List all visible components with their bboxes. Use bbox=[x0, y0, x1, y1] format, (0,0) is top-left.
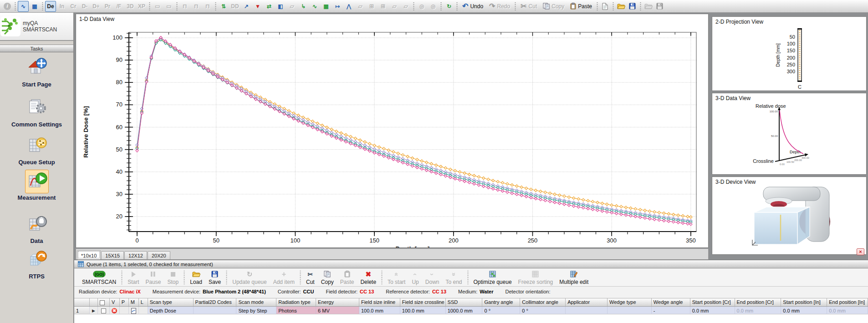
toolbar-paste-button[interactable]: Paste bbox=[567, 1, 595, 12]
toolbar-diagonal-plus-scan-icon[interactable]: D+ bbox=[91, 1, 102, 12]
queue-start-button[interactable]: Start bbox=[124, 269, 142, 286]
toolbar-step-profile-a-icon[interactable]: ⊓ bbox=[179, 1, 190, 12]
toolbar-crossline-scan-icon[interactable]: Cr bbox=[68, 1, 79, 12]
toolbar-diagonal-minus-scan-icon[interactable]: D- bbox=[79, 1, 90, 12]
toolbar-save-all-icon[interactable] bbox=[654, 1, 665, 12]
queue-delete-button[interactable]: ✖ Delete bbox=[357, 269, 379, 286]
column-header-gantry-angle[interactable]: Gantry angle bbox=[482, 298, 520, 307]
toolbar-redo-button[interactable]: ↷ Redo bbox=[486, 1, 513, 12]
column-header-end-position--cr-[interactable]: End position [Cr] bbox=[735, 298, 781, 307]
column-header-v[interactable]: V bbox=[110, 298, 120, 307]
toolbar-inline-scan-icon[interactable]: In bbox=[56, 1, 67, 12]
column-header-scan-type[interactable]: Scan type bbox=[148, 298, 194, 307]
toolbar-express-scan-icon[interactable]: XP bbox=[136, 1, 147, 12]
queue-add-item-button[interactable]: + Add item bbox=[270, 269, 298, 286]
toolbar-new-document-icon[interactable] bbox=[600, 1, 611, 12]
queue-stop-button[interactable]: Stop bbox=[164, 269, 182, 286]
column-header-start-position--cr-[interactable]: Start position [Cr] bbox=[690, 298, 735, 307]
toolbar-half-view-icon[interactable]: ◧ bbox=[275, 1, 286, 12]
toolbar-move-a-icon[interactable]: ▱ bbox=[389, 1, 400, 12]
toolbar-step-profile-c-icon[interactable]: ⊓ bbox=[202, 1, 213, 12]
toolbar-export-view-icon[interactable]: ↗ bbox=[241, 1, 252, 12]
tab-10x10[interactable]: *10x10 bbox=[77, 250, 101, 259]
column-header-wedge-angle[interactable]: Wedge angle bbox=[652, 298, 690, 307]
toolbar-ghost-a-icon[interactable]: ▱ bbox=[286, 1, 297, 12]
column-header-field-size-crossline[interactable]: Field size crossline bbox=[400, 298, 446, 307]
sidebar-item-queue-setup[interactable]: Queue Setup bbox=[0, 134, 73, 166]
queue-pause-button[interactable]: Pause bbox=[142, 269, 164, 286]
toolbar-sync-views-icon[interactable]: ⇅ bbox=[218, 1, 229, 12]
column-header-partial2d-codes[interactable]: Partial2D Codes bbox=[194, 298, 237, 307]
cell-checkbox[interactable] bbox=[98, 307, 110, 314]
queue-down-button[interactable]: › Down bbox=[422, 269, 443, 286]
sidebar-item-measurement[interactable]: Measurement bbox=[0, 170, 73, 201]
cell-rowarrow[interactable]: ▶ bbox=[90, 307, 98, 314]
toolbar-smooth-curve-icon[interactable]: ∿ bbox=[309, 1, 320, 12]
column-header-radiation-type[interactable]: Radiation type bbox=[276, 298, 316, 307]
queue-up-button[interactable]: ‹ Up bbox=[408, 269, 422, 286]
select-all-checkbox[interactable] bbox=[100, 300, 105, 305]
toolbar-pan-horizontal-icon[interactable]: ⇄ bbox=[264, 1, 275, 12]
column-header-end-position--in-[interactable]: End position [In] bbox=[827, 298, 868, 307]
toolbar-depth-dose-icon[interactable]: De bbox=[45, 1, 56, 12]
toolbar-table-view-icon[interactable]: ▦ bbox=[29, 1, 40, 12]
column-header-field-size-inline[interactable]: Field size inline bbox=[359, 298, 400, 307]
toolbar-branch-arrow-icon[interactable]: ↳ bbox=[298, 1, 309, 12]
queue-optimize-queue-button[interactable]: Optimize queue bbox=[470, 269, 515, 286]
toolbar-peak-curve-icon[interactable]: ⋀ bbox=[343, 1, 354, 12]
toolbar-open-file-icon[interactable] bbox=[616, 1, 627, 12]
toolbar-undo-button[interactable]: ↶ Undo bbox=[460, 1, 486, 12]
queue-freeze-sorting-button[interactable]: Freeze sorting bbox=[515, 269, 557, 286]
toolbar-scan-3d-icon[interactable]: 3D bbox=[125, 1, 136, 12]
sidebar-item-rtps[interactable]: RTPS bbox=[0, 248, 73, 280]
queue-save-button[interactable]: Save bbox=[205, 269, 224, 286]
queue-table-row[interactable]: 1▶✖Depth DoseStep by StepPhotons6 MV100.… bbox=[74, 307, 868, 314]
column-header-ctl1[interactable] bbox=[90, 298, 98, 307]
column-header-l[interactable]: L bbox=[139, 298, 148, 307]
queue-to-end-button[interactable]: » To end bbox=[442, 269, 465, 286]
sidebar-item-start-page[interactable]: Start Page bbox=[0, 56, 73, 88]
toolbar-auto-process-icon[interactable]: ↻ bbox=[444, 1, 454, 12]
toolbar-copy-button[interactable]: Copy bbox=[540, 1, 567, 12]
toolbar-arrow-step-icon[interactable]: ↦ bbox=[332, 1, 343, 12]
column-header-m[interactable]: M bbox=[129, 298, 139, 307]
queue-update-queue-button[interactable]: ↻ Update queue bbox=[229, 269, 270, 286]
toolbar-region-b-icon[interactable]: ▭ bbox=[163, 1, 174, 12]
toolbar-move-b-icon[interactable]: ▱ bbox=[400, 1, 411, 12]
toolbar-data-view-icon[interactable]: ∿ bbox=[18, 1, 29, 12]
queue-copy-button[interactable]: Copy bbox=[318, 269, 337, 286]
column-header-ctl0[interactable] bbox=[74, 298, 90, 307]
column-header-energy[interactable]: Energy bbox=[316, 298, 359, 307]
queue-load-button[interactable]: Load bbox=[187, 269, 205, 286]
toolbar-zoom-b-icon[interactable]: ◎ bbox=[428, 1, 439, 12]
tab-12x12[interactable]: 12X12 bbox=[124, 251, 147, 259]
queue-cut-button[interactable]: ✂ Cut bbox=[303, 269, 318, 286]
tab-15x15[interactable]: 15X15 bbox=[101, 251, 124, 259]
tab-20x20[interactable]: 20X20 bbox=[148, 251, 170, 259]
queue-to-start-button[interactable]: « To start bbox=[384, 269, 408, 286]
column-header-ctl2[interactable] bbox=[98, 298, 110, 307]
toolbar-info-icon[interactable]: i bbox=[2, 1, 13, 12]
toolbar-open-all-icon[interactable] bbox=[643, 1, 654, 12]
close-icon[interactable]: × bbox=[857, 248, 864, 255]
toolbar-step-profile-b-icon[interactable]: ⊓ bbox=[191, 1, 202, 12]
column-header-wedge-type[interactable]: Wedge type bbox=[608, 298, 652, 307]
toolbar-zoom-a-icon[interactable]: ◎ bbox=[416, 1, 427, 12]
toolbar-calc-b-icon[interactable]: ⊞ bbox=[378, 1, 388, 12]
toolbar-fanline-scan-icon[interactable]: /F bbox=[113, 1, 124, 12]
toolbar-grid-colorize-icon[interactable]: ▦ bbox=[321, 1, 332, 12]
sidebar-item-data[interactable]: Data bbox=[0, 213, 73, 244]
toolbar-profile-scan-icon[interactable]: Pr bbox=[102, 1, 113, 12]
column-header-start-position--in-[interactable]: Start position [In] bbox=[781, 298, 827, 307]
queue-paste-button[interactable]: Paste bbox=[337, 269, 357, 286]
toolbar-dd-analysis-icon[interactable]: DD bbox=[230, 1, 240, 12]
column-header-applicator[interactable]: Applicator bbox=[566, 298, 608, 307]
column-header-collimator-angle[interactable]: Collimator angle bbox=[520, 298, 566, 307]
depth-dose-chart[interactable]: 2030405060708090100050100150200250300350… bbox=[76, 14, 708, 247]
column-header-p[interactable]: P bbox=[120, 298, 129, 307]
queue-smartscan-go-button[interactable]: (GO) SMARTSCAN bbox=[79, 269, 119, 286]
toolbar-region-a-icon[interactable]: ▭ bbox=[152, 1, 163, 12]
toolbar-ghost-b-icon[interactable]: ▱ bbox=[355, 1, 366, 12]
queue-multiple-edit-button[interactable]: Multiple edit bbox=[556, 269, 592, 286]
sidebar-item-common-settings[interactable]: Common Settings bbox=[0, 96, 73, 128]
